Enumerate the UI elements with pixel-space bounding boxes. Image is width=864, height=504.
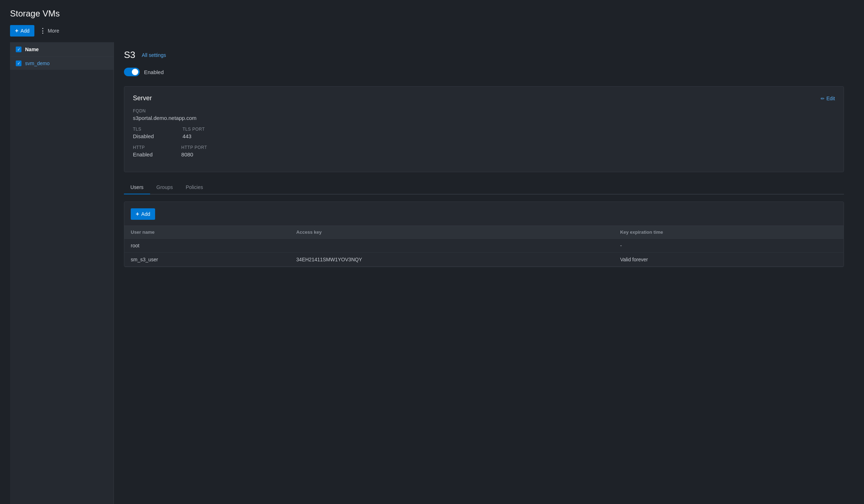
pencil-icon: [821, 96, 825, 101]
http-field: HTTP Enabled: [133, 145, 153, 158]
http-port-field: HTTP PORT 8080: [181, 145, 207, 158]
fqdn-value: s3portal.demo.netapp.com: [133, 115, 835, 121]
plus-icon: [15, 28, 18, 34]
toggle-row: Enabled: [124, 68, 844, 76]
main-layout: ✓ Name ✓ svm_demo S3 All settings: [10, 42, 854, 504]
sidebar-item-label: svm_demo: [25, 60, 49, 66]
toggle-label: Enabled: [144, 69, 164, 75]
users-section: Add User name Access key Key expiration …: [124, 202, 844, 267]
sidebar-item-svm-demo[interactable]: ✓ svm_demo: [10, 57, 114, 70]
col-username: User name: [124, 226, 290, 239]
tls-value: Disabled: [133, 133, 154, 139]
header-checkbox[interactable]: ✓: [16, 47, 21, 52]
tls-field: TLS Disabled: [133, 127, 154, 139]
tab-users[interactable]: Users: [124, 181, 150, 194]
http-value: Enabled: [133, 151, 153, 158]
cell-access-key: [290, 239, 614, 253]
users-add-button[interactable]: Add: [131, 208, 155, 220]
server-section: Server Edit FQDN s3portal.demo.netapp.co…: [124, 86, 844, 172]
tls-port-label: TLS PORT: [182, 127, 205, 132]
users-toolbar: Add: [124, 208, 844, 226]
all-settings-link[interactable]: All settings: [142, 52, 166, 58]
http-port-label: HTTP PORT: [181, 145, 207, 150]
detail-title: S3: [124, 49, 135, 60]
edit-link[interactable]: Edit: [821, 96, 835, 101]
tabs-bar: Users Groups Policies: [124, 181, 844, 194]
toolbar: Add More: [10, 25, 854, 37]
sidebar-header: ✓ Name: [10, 42, 114, 57]
http-port-value: 8080: [181, 151, 207, 158]
users-table-wrapper: User name Access key Key expiration time…: [124, 226, 844, 267]
add-button[interactable]: Add: [10, 25, 34, 37]
cell-expiration: -: [614, 239, 844, 253]
users-table: User name Access key Key expiration time…: [124, 226, 844, 267]
plus-icon-users: [136, 211, 139, 217]
table-row: root-: [124, 239, 844, 253]
tls-label: TLS: [133, 127, 154, 132]
dots-icon: [39, 27, 46, 35]
fqdn-label: FQDN: [133, 108, 835, 113]
enabled-toggle[interactable]: [124, 68, 140, 76]
page-title: Storage VMs: [10, 9, 854, 19]
detail-panel: S3 All settings Enabled Server Edit: [114, 42, 854, 504]
tabs-container: Users Groups Policies Add: [124, 181, 844, 267]
detail-header: S3 All settings: [124, 49, 844, 60]
tab-policies[interactable]: Policies: [179, 181, 209, 194]
sidebar: ✓ Name ✓ svm_demo: [10, 42, 114, 504]
tls-port-value: 443: [182, 133, 205, 139]
sidebar-header-label: Name: [25, 47, 39, 52]
cell-username: root: [124, 239, 290, 253]
table-row: sm_s3_user34EH21411SMW1YOV3NQYValid fore…: [124, 253, 844, 267]
fqdn-field: FQDN s3portal.demo.netapp.com: [133, 108, 835, 121]
cell-username: sm_s3_user: [124, 253, 290, 267]
col-access-key: Access key: [290, 226, 614, 239]
cell-access-key: 34EH21411SMW1YOV3NQY: [290, 253, 614, 267]
item-checkbox[interactable]: ✓: [16, 60, 21, 66]
tab-groups[interactable]: Groups: [150, 181, 179, 194]
col-expiration: Key expiration time: [614, 226, 844, 239]
server-section-title: Server: [133, 94, 152, 102]
tls-port-field: TLS PORT 443: [182, 127, 205, 139]
http-label: HTTP: [133, 145, 153, 150]
more-button[interactable]: More: [39, 27, 59, 35]
cell-expiration: Valid forever: [614, 253, 844, 267]
